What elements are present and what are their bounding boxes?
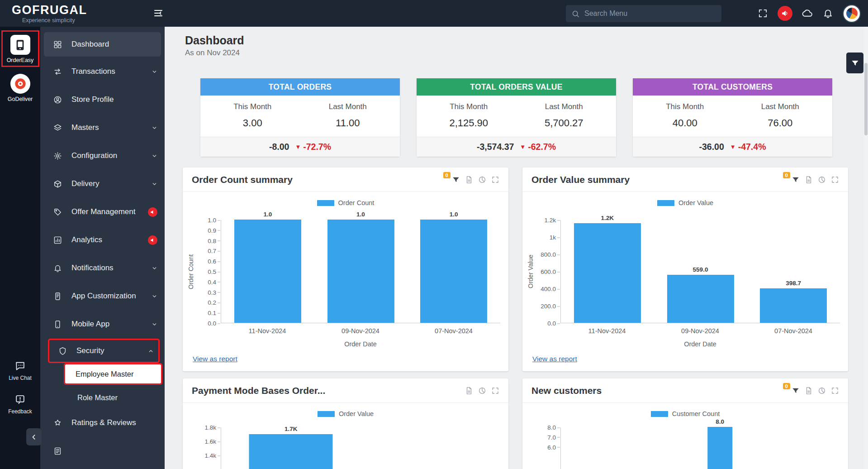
- cloud-icon[interactable]: [802, 8, 813, 19]
- sidebar-item-masters[interactable]: Masters: [40, 114, 165, 142]
- search-input[interactable]: [584, 10, 716, 18]
- sidebar-item-store-profile[interactable]: Store Profile: [40, 86, 165, 114]
- kpi-title: TOTAL CUSTOMERS: [693, 82, 773, 92]
- sidebar-item-more[interactable]: [40, 437, 165, 465]
- down-triangle-icon: ▼: [730, 144, 736, 150]
- live-chat-label: Live Chat: [0, 375, 40, 381]
- charts-grid: Order Count summary 0 Order Count Order …: [183, 168, 868, 469]
- y-axis-label: Order Value: [527, 220, 536, 323]
- view-as-report-link[interactable]: View as report: [193, 355, 237, 363]
- scrollbar[interactable]: [864, 27, 868, 469]
- kpi-footer: -36.00 ▼ -47.4%: [633, 137, 832, 157]
- expand-icon[interactable]: [491, 387, 499, 395]
- sidebar-item-delivery[interactable]: Delivery: [40, 170, 165, 198]
- sidebar-item-dashboard[interactable]: Dashboard: [44, 32, 161, 57]
- y-axis-ticks: 1.8k1.6k1.4k: [196, 427, 221, 469]
- notifications-bell-icon[interactable]: [823, 8, 833, 19]
- sidebar-item-mobile-app[interactable]: Mobile App: [40, 310, 165, 338]
- page-title: Dashboard: [185, 34, 868, 47]
- sidebar-item-security[interactable]: Security: [49, 340, 158, 362]
- chart-toolbar: [465, 387, 499, 395]
- chart-bar[interactable]: [327, 220, 394, 323]
- chevron-down-icon: [152, 181, 157, 187]
- rail-item-label: GoDeliver: [3, 96, 38, 102]
- expand-icon[interactable]: [831, 387, 839, 395]
- y-axis-label: [527, 427, 536, 469]
- view-as-report-link[interactable]: View as report: [532, 355, 577, 363]
- expand-icon[interactable]: [831, 176, 839, 184]
- chart-bar[interactable]: [667, 275, 734, 323]
- sidebar-item-role-master[interactable]: Role Master: [40, 386, 165, 409]
- y-tick-label: 0.0: [208, 320, 216, 327]
- user-avatar[interactable]: [843, 5, 861, 23]
- sidebar-item-ratings-reviews[interactable]: Ratings & Reviews: [40, 409, 165, 437]
- kpi-this-month-value: 3.00: [205, 117, 300, 129]
- kpi-last-month-value: 5,700.27: [517, 117, 612, 129]
- chart-bar[interactable]: [574, 223, 641, 323]
- dashboard-filter-button[interactable]: [846, 53, 863, 73]
- pdf-export-icon[interactable]: [805, 176, 813, 184]
- feedback-button[interactable]: Feedback: [0, 394, 40, 415]
- filter-icon[interactable]: [792, 387, 800, 395]
- rail-item-ordereasy[interactable]: OrderEasy: [3, 32, 38, 66]
- announcements-icon[interactable]: [778, 6, 792, 21]
- logo[interactable]: GOFRUGAL Experience simplicity: [12, 4, 87, 24]
- sidebar-item-analytics[interactable]: Analytics: [40, 226, 165, 254]
- sidebar-menu: DashboardTransactionsStore ProfileMaster…: [40, 32, 165, 465]
- filter-icon[interactable]: [452, 176, 460, 184]
- security-icon: [58, 347, 68, 355]
- x-axis-label: Order Date: [522, 340, 848, 348]
- expand-icon[interactable]: [491, 176, 499, 184]
- search-box[interactable]: [566, 5, 721, 22]
- pie-chart-icon[interactable]: [478, 176, 486, 184]
- pdf-export-icon[interactable]: [465, 387, 473, 395]
- sidebar-item-label: App Customization: [71, 292, 136, 301]
- kpi-card-total-orders: TOTAL ORDERS This Month 3.00 Last Month …: [200, 78, 400, 157]
- kpi-delta-value: -3,574.37: [477, 142, 514, 152]
- chart-title: Order Value summary: [531, 174, 630, 185]
- sidebar-item-label: Ratings & Reviews: [71, 418, 136, 427]
- dashboard-icon: [53, 40, 63, 49]
- x-category-label: 11-Nov-2024: [560, 327, 654, 335]
- avatar-logo: [846, 8, 858, 19]
- pdf-export-icon[interactable]: [805, 387, 813, 395]
- chart-plot-area: 8.07.06.0 8.0: [527, 427, 840, 469]
- sidebar-item-label: Role Master: [77, 393, 118, 402]
- sidebar-item-employee-master[interactable]: Employee Master: [65, 364, 161, 383]
- pie-chart-icon[interactable]: [818, 176, 826, 184]
- pie-chart-icon[interactable]: [478, 387, 486, 395]
- sidebar-item-configuration[interactable]: Configuration: [40, 142, 165, 170]
- topbar: GOFRUGAL Experience simplicity: [0, 0, 868, 27]
- chart-bar[interactable]: [234, 220, 301, 323]
- chart-bar[interactable]: [420, 220, 487, 323]
- chart-bar[interactable]: [760, 288, 827, 323]
- sidebar-item-app-customization[interactable]: App Customization: [40, 282, 165, 310]
- sidebar-item-label: Store Profile: [71, 95, 114, 104]
- filter-icon[interactable]: [792, 176, 800, 184]
- pie-chart-icon[interactable]: [818, 387, 826, 395]
- chevron-down-icon: [152, 69, 157, 75]
- bar-value-label: 8.0: [716, 418, 724, 427]
- pdf-export-icon[interactable]: [465, 176, 473, 184]
- down-triangle-icon: ▼: [520, 144, 526, 150]
- sidebar-toggle-icon[interactable]: [153, 8, 164, 20]
- chart-bar[interactable]: [249, 434, 333, 469]
- sidebar-item-transactions[interactable]: Transactions: [40, 57, 165, 86]
- x-axis-ticks: 11-Nov-202409-Nov-202407-Nov-2024: [221, 327, 500, 335]
- rail-item-godeliver[interactable]: GoDeliver: [3, 71, 38, 105]
- godeliver-app-icon: [10, 74, 30, 94]
- x-category-label: 09-Nov-2024: [654, 327, 747, 335]
- chart-plot-area: Order Count 1.00.90.80.70.60.50.40.30.20…: [187, 220, 500, 323]
- sidebar-collapse-button[interactable]: [26, 428, 42, 445]
- delivery-icon: [53, 180, 63, 188]
- sidebar-item-notifications[interactable]: Notifications: [40, 254, 165, 282]
- scrollbar-thumb[interactable]: [864, 63, 868, 135]
- y-tick-label: 200.0: [541, 303, 556, 310]
- kpi-delta-value: -36.00: [699, 142, 724, 152]
- sidebar-item-offer-management[interactable]: Offer Management: [40, 198, 165, 226]
- chart-bar[interactable]: [707, 427, 733, 469]
- sidebar-item-label: Analytics: [71, 235, 102, 244]
- live-chat-button[interactable]: Live Chat: [0, 360, 40, 381]
- fullscreen-icon[interactable]: [758, 8, 768, 19]
- store-profile-icon: [53, 96, 63, 104]
